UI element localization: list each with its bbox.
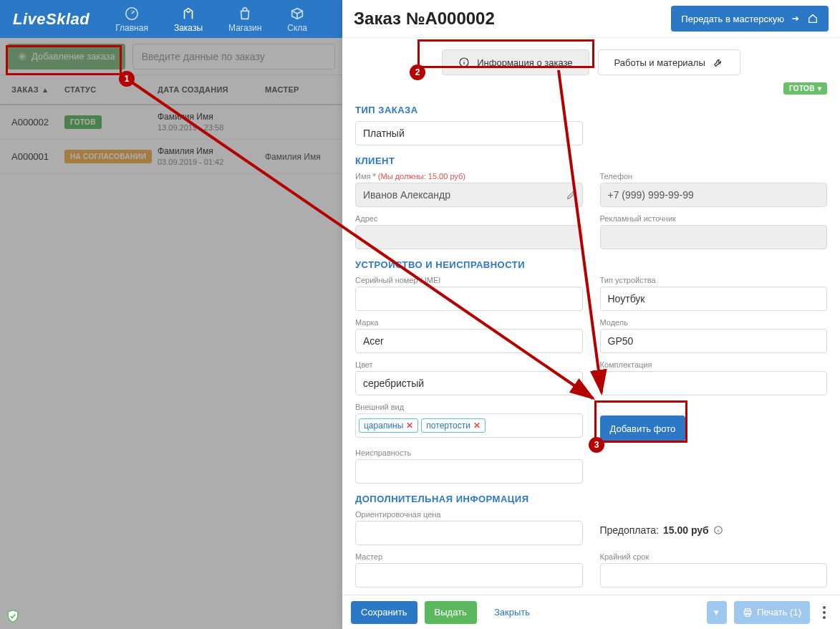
color-input[interactable] [355,371,583,395]
order-status-pill[interactable]: ГОТОВ▾ [783,82,827,95]
tag: потертости✕ [421,418,486,433]
deadline-input[interactable] [600,563,828,587]
arrow-right-icon [790,13,801,24]
section-order-type: ТИП ЗАКАЗА [355,105,827,115]
close-button[interactable]: Закрыть [484,601,540,624]
order-detail-panel: Заказ №A000002 Передать в мастерскую Инф… [342,0,840,629]
info-icon[interactable] [713,525,723,535]
defect-input[interactable] [355,459,583,484]
orders-icon [180,6,196,21]
ad-source-input[interactable] [600,225,828,249]
brand-input[interactable] [355,329,583,353]
tag-remove-icon[interactable]: ✕ [406,421,413,431]
client-phone-input[interactable] [600,183,828,207]
equipment-input[interactable] [600,371,828,395]
add-photo-button[interactable]: Добавить фото [600,416,686,441]
panel-body: Информация о заказе Работы и материалы Г… [342,38,840,595]
panel-header: Заказ №A000002 Передать в мастерскую [342,0,840,38]
transfer-workshop-button[interactable]: Передать в мастерскую [671,6,829,32]
section-client: КЛИЕНТ [355,155,827,166]
tabs-row: Информация о заказе Работы и материалы [355,49,827,75]
appearance-tagbox[interactable]: царапины✕ потертости✕ [355,413,583,438]
nav-orders[interactable]: Заказы [161,0,216,38]
info-icon [458,57,470,68]
prepayment-label: Предоплата: 15.00 руб [600,524,828,536]
pencil-icon[interactable] [566,189,577,201]
save-button[interactable]: Сохранить [351,601,417,624]
printer-icon [743,608,753,618]
modal-overlay[interactable] [0,38,342,629]
brand-logo: LiveSklad [0,10,102,29]
section-device: УСТРОЙСТВО И НЕИСПРАВНОСТИ [355,259,827,270]
model-input[interactable] [600,329,828,353]
gauge-icon [124,6,140,21]
tag-remove-icon[interactable]: ✕ [473,421,481,431]
panel-footer: Сохранить Выдать Закрыть ▾ Печать (1) [342,595,840,629]
footer-dropdown-button[interactable]: ▾ [707,601,727,624]
more-button[interactable] [817,606,831,619]
serial-input[interactable] [355,287,583,311]
client-name-input[interactable] [355,183,583,207]
print-button[interactable]: Печать (1) [734,601,810,624]
bag-icon [237,6,253,21]
tab-works-materials[interactable]: Работы и материалы [598,49,740,75]
client-address-input[interactable] [355,225,583,249]
estimate-price-input[interactable] [355,521,583,545]
device-type-input[interactable] [600,287,828,311]
nav-shop[interactable]: Магазин [216,0,274,38]
master-input[interactable] [355,563,583,587]
tag: царапины✕ [359,418,418,433]
nav-warehouse[interactable]: Скла [274,0,320,38]
nav-home[interactable]: Главная [102,0,161,38]
shield-icon [6,609,20,623]
order-type-input[interactable] [355,121,583,145]
issue-button[interactable]: Выдать [425,601,477,624]
section-extra: ДОПОЛНИТЕЛЬНАЯ ИНФОРМАЦИЯ [355,494,827,504]
wrench-icon [713,57,724,68]
house-icon [807,13,819,24]
panel-title: Заказ №A000002 [354,9,495,29]
box-icon [289,6,305,21]
tab-order-info[interactable]: Информация о заказе [442,49,589,75]
